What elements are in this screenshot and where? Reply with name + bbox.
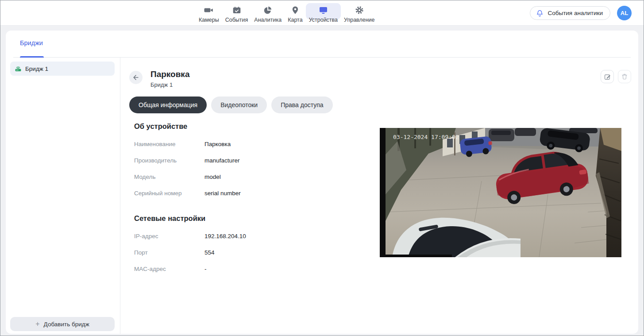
nav-label: Управление (344, 17, 375, 23)
field-label: Наименование (134, 141, 204, 148)
tab-video-streams[interactable]: Видеопотоки (211, 97, 267, 113)
page-title: Парковка (150, 69, 189, 79)
avatar[interactable]: AL (617, 6, 632, 20)
camera-snapshot: 03-12-2024 17:09:02 (380, 128, 621, 257)
edit-button[interactable] (601, 70, 614, 83)
field-value: - (204, 266, 207, 273)
edit-pencil-icon (604, 73, 611, 81)
main-nav: Камеры События Аналитика Карта Устройств (196, 0, 378, 23)
field-value: 192.168.204.10 (204, 233, 246, 240)
app-window: { "topbar": { "nav": [ { "label": "Камер… (0, 0, 644, 336)
pie-chart-icon (263, 5, 272, 15)
field-row-port: Порт 554 (134, 249, 373, 256)
plus-icon: + (35, 321, 39, 328)
sidebar-item-bridge-1[interactable]: Бридж 1 (10, 62, 115, 76)
field-value: 554 (204, 249, 215, 256)
nav-item-map[interactable]: Карта (285, 3, 305, 23)
field-row-ip-address: IP-адрес 192.168.204.10 (134, 233, 373, 240)
nav-label: Устройства (309, 17, 338, 23)
field-label: Модель (134, 174, 204, 181)
nav-item-analytics[interactable]: Аналитика (251, 3, 285, 23)
bridge-detail-panel: Парковка Бридж 1 (120, 58, 638, 334)
section-heading-about-device: Об устройстве (134, 122, 373, 131)
calendar-events-icon (232, 5, 241, 15)
analytics-events-button[interactable]: События аналитики (530, 6, 610, 20)
field-row-model: Модель model (134, 174, 373, 181)
nav-item-devices[interactable]: Устройства (306, 3, 341, 23)
field-value: serial number (204, 190, 241, 197)
sidebar-item-label: Бридж 1 (25, 66, 48, 72)
field-value: manufacturer (204, 157, 240, 164)
nav-label: События (225, 17, 248, 23)
gear-icon (355, 5, 364, 15)
device-info-column: Об устройстве Наименование Парковка Прои… (134, 122, 373, 273)
monitor-icon (319, 5, 328, 15)
card-tabs-row: Бриджи (6, 31, 638, 58)
add-bridge-button[interactable]: + Добавить бридж (10, 317, 115, 331)
page-background: Бриджи Бридж 1 + Добавить бридж (0, 26, 644, 336)
field-row-mac-address: MAC-адрес - (134, 266, 373, 273)
field-label: Серийный номер (134, 190, 204, 197)
field-row-name: Наименование Парковка (134, 141, 373, 148)
tab-general-info[interactable]: Общая информация (129, 97, 207, 113)
content-card: Бриджи Бридж 1 + Добавить бридж (6, 31, 638, 334)
detail-tabs: Общая информация Видеопотоки Права досту… (129, 97, 631, 113)
video-camera-icon (204, 5, 213, 15)
arrow-left-icon (132, 73, 140, 81)
back-button[interactable] (129, 71, 143, 84)
field-value: model (204, 174, 221, 181)
field-label: IP-адрес (134, 233, 204, 240)
nav-label: Камеры (199, 17, 219, 23)
bridge-router-icon (15, 65, 22, 72)
tab-active-underline (20, 56, 44, 58)
snapshot-timestamp: 03-12-2024 17:09:02 (393, 134, 459, 140)
nav-item-events[interactable]: События (222, 3, 251, 23)
nav-item-cameras[interactable]: Камеры (196, 3, 222, 23)
field-row-manufacturer: Производитель manufacturer (134, 157, 373, 164)
map-pin-icon (291, 5, 300, 15)
nav-label: Аналитика (254, 17, 282, 23)
avatar-initials: AL (621, 10, 628, 16)
page-subtitle: Бридж 1 (150, 81, 189, 88)
tab-bridges[interactable]: Бриджи (20, 39, 43, 46)
field-label: MAC-адрес (134, 266, 204, 273)
tab-access-rights[interactable]: Права доступа (271, 97, 332, 113)
nav-item-management[interactable]: Управление (341, 3, 378, 23)
field-value: Парковка (204, 141, 231, 148)
topbar: Камеры События Аналитика Карта Устройств (0, 0, 644, 26)
nav-label: Карта (288, 17, 302, 23)
add-bridge-label: Добавить бридж (44, 321, 89, 328)
section-heading-network-settings: Сетевые настройки (134, 214, 373, 223)
bridges-sidebar: Бридж 1 + Добавить бридж (6, 58, 120, 334)
field-row-serial-number: Серийный номер serial number (134, 190, 373, 197)
delete-button[interactable] (618, 70, 631, 83)
trash-icon (621, 73, 628, 80)
bell-icon (536, 9, 544, 17)
field-label: Порт (134, 249, 204, 256)
analytics-events-label: События аналитики (548, 10, 603, 16)
field-label: Производитель (134, 157, 204, 164)
